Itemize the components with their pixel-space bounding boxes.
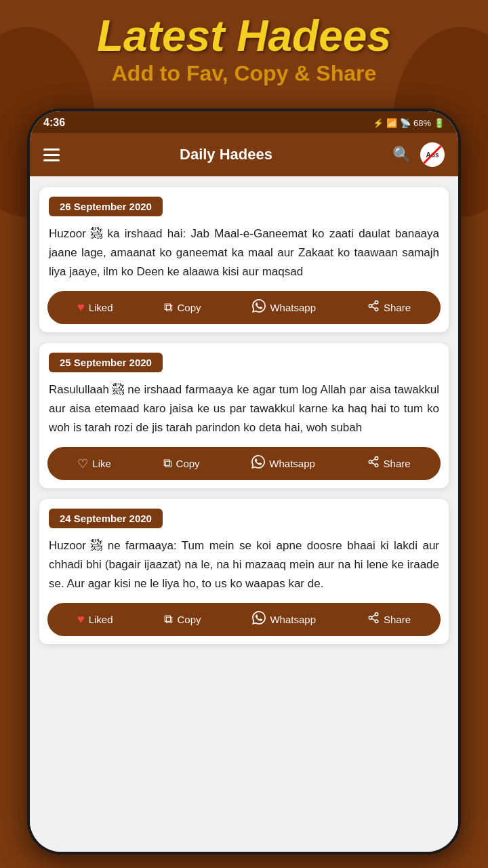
action-bar-2: ♡ Like ⧉ Copy Whatsapp xyxy=(47,447,441,480)
svg-line-14 xyxy=(371,615,375,617)
whatsapp-icon-1 xyxy=(252,299,266,316)
whatsapp-label-1: Whatsapp xyxy=(270,302,316,313)
like-button-2[interactable]: ♡ Like xyxy=(73,455,115,473)
status-bar: 4:36 ⚡ 📶 📡 68% 🔋 xyxy=(30,111,458,133)
whatsapp-button-2[interactable]: Whatsapp xyxy=(247,454,319,473)
svg-point-11 xyxy=(369,616,372,620)
top-icons-group: 🔍 xyxy=(392,142,445,167)
share-label-1: Share xyxy=(384,302,411,313)
status-icons: ⚡ 📶 📡 68% 🔋 xyxy=(373,118,445,128)
whatsapp-label-2: Whatsapp xyxy=(269,458,315,469)
heart-empty-icon-2: ♡ xyxy=(77,456,88,471)
bluetooth-icon: ⚡ xyxy=(373,118,384,128)
copy-button-1[interactable]: ⧉ Copy xyxy=(160,299,205,316)
date-badge-3: 24 September 2020 xyxy=(49,509,163,528)
whatsapp-icon-2 xyxy=(251,455,265,472)
app-subtitle: Add to Fav, Copy & Share xyxy=(0,61,488,86)
app-title: Latest Hadees xyxy=(0,12,488,60)
hadees-card-1: 26 September 2020 Huzoor ﷺ ka irshaad ha… xyxy=(39,187,449,332)
hadees-card-2: 25 September 2020 Rasulullaah ﷺ ne irsha… xyxy=(39,343,449,488)
share-button-1[interactable]: Share xyxy=(363,298,415,317)
svg-point-6 xyxy=(369,460,372,464)
svg-line-13 xyxy=(371,619,375,621)
menu-line-1 xyxy=(43,149,60,151)
whatsapp-button-1[interactable]: Whatsapp xyxy=(248,298,320,317)
heart-filled-icon-1: ♥ xyxy=(77,300,85,315)
liked-label-3: Liked xyxy=(89,614,113,625)
liked-button-1[interactable]: ♥ Liked xyxy=(73,299,117,316)
whatsapp-icon-3 xyxy=(252,611,266,628)
hadees-text-1: Huzoor ﷺ ka irshaad hai: Jab Maal-e-Gane… xyxy=(39,222,449,291)
search-button[interactable]: 🔍 xyxy=(392,146,411,163)
copy-icon-2: ⧉ xyxy=(163,456,172,471)
share-label-3: Share xyxy=(384,614,411,625)
battery-icon: 🔋 xyxy=(434,118,445,128)
svg-point-5 xyxy=(375,457,378,460)
share-icon-3 xyxy=(367,612,380,627)
copy-label-3: Copy xyxy=(177,614,201,625)
share-icon-2 xyxy=(367,456,380,471)
date-badge-1: 26 September 2020 xyxy=(49,197,163,216)
hadees-text-3: Huzoor ﷺ ne farmaaya: Tum mein se koi ap… xyxy=(39,534,449,603)
svg-line-8 xyxy=(371,462,375,465)
share-button-3[interactable]: Share xyxy=(363,610,415,629)
signal-icon: 📡 xyxy=(400,118,411,128)
copy-label-1: Copy xyxy=(177,302,201,313)
svg-line-3 xyxy=(371,307,375,309)
copy-icon-1: ⧉ xyxy=(164,300,173,315)
hadees-text-2: Rasulullaah ﷺ ne irshaad farmaaya ke aga… xyxy=(39,378,449,447)
ads-badge[interactable] xyxy=(420,142,445,167)
svg-point-10 xyxy=(375,613,378,616)
wifi-icon: 📶 xyxy=(386,118,397,128)
liked-label-1: Liked xyxy=(89,302,113,313)
svg-point-7 xyxy=(375,464,378,467)
date-badge-2: 25 September 2020 xyxy=(49,353,163,372)
copy-icon-3: ⧉ xyxy=(164,612,173,627)
svg-point-1 xyxy=(369,304,372,308)
app-bar: Daily Hadees 🔍 xyxy=(30,133,458,176)
liked-button-3[interactable]: ♥ Liked xyxy=(73,611,117,628)
menu-line-3 xyxy=(43,159,60,161)
copy-button-2[interactable]: ⧉ Copy xyxy=(159,455,204,472)
menu-line-2 xyxy=(43,154,60,156)
action-bar-3: ♥ Liked ⧉ Copy Whatsapp xyxy=(47,603,441,636)
battery-text: 68% xyxy=(413,118,431,128)
copy-label-2: Copy xyxy=(176,458,200,469)
hadees-card-3: 24 September 2020 Huzoor ﷺ ne farmaaya: … xyxy=(39,499,449,644)
content-area[interactable]: 26 September 2020 Huzoor ﷺ ka irshaad ha… xyxy=(30,176,458,852)
svg-point-0 xyxy=(375,301,378,304)
share-label-2: Share xyxy=(384,458,411,469)
phone-frame: 4:36 ⚡ 📶 📡 68% 🔋 Daily Hadees 🔍 xyxy=(27,108,461,854)
svg-line-4 xyxy=(371,303,375,305)
header-section: Latest Hadees Add to Fav, Copy & Share xyxy=(0,0,488,86)
whatsapp-button-3[interactable]: Whatsapp xyxy=(248,610,320,629)
app-bar-title: Daily Hadees xyxy=(180,146,272,163)
phone-screen: 4:36 ⚡ 📶 📡 68% 🔋 Daily Hadees 🔍 xyxy=(30,111,458,852)
copy-button-3[interactable]: ⧉ Copy xyxy=(160,611,205,628)
status-time: 4:36 xyxy=(43,117,65,129)
share-icon-1 xyxy=(367,300,380,315)
like-label-2: Like xyxy=(92,458,111,469)
whatsapp-label-3: Whatsapp xyxy=(270,614,316,625)
action-bar-1: ♥ Liked ⧉ Copy Whatsapp xyxy=(47,291,441,324)
menu-button[interactable] xyxy=(43,149,60,161)
svg-point-2 xyxy=(375,308,378,311)
svg-point-12 xyxy=(375,620,378,623)
share-button-2[interactable]: Share xyxy=(363,454,415,473)
heart-filled-icon-3: ♥ xyxy=(77,612,85,627)
svg-line-9 xyxy=(371,459,375,461)
